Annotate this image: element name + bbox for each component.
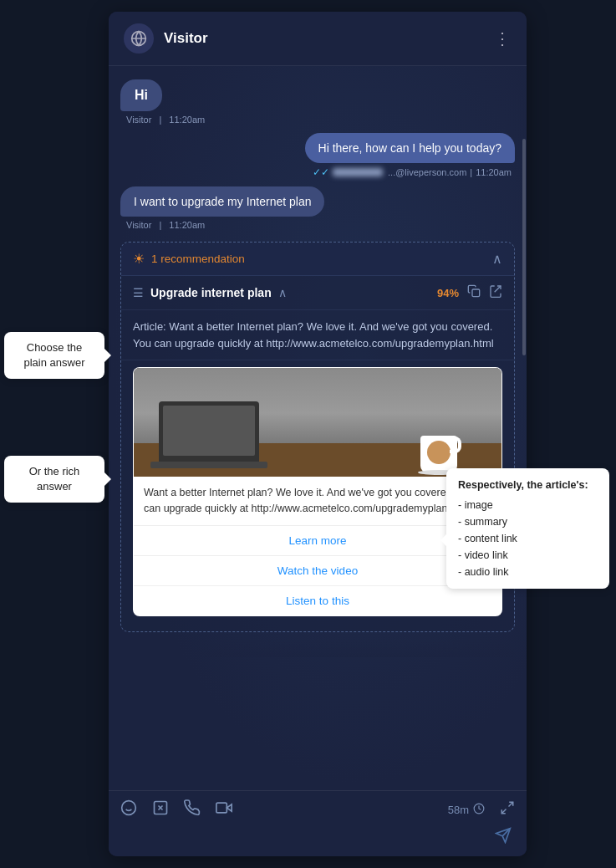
svg-line-13 [509, 802, 513, 806]
emoji-icon[interactable] [120, 799, 137, 820]
article-info-item-5: - audio link [458, 564, 598, 580]
check-icon: ✓✓ [313, 166, 329, 178]
bubble-upgrade: I want to upgrade my Internet plan [120, 186, 324, 217]
chat-input[interactable] [120, 828, 491, 848]
article-row: ☰ Upgrade internet plan ∧ 94% [121, 276, 514, 310]
footer-icons: 58m [120, 799, 515, 820]
chat-header: Visitor ⋮ [109, 12, 527, 66]
clock-icon [473, 803, 485, 817]
msg-meta-hi: Visitor | 11:20am [120, 115, 207, 125]
input-row [120, 827, 515, 848]
message-agent-greeting: Hi there, how can I help you today? ✓✓ .… [120, 133, 515, 178]
messages-area: Hi Visitor | 11:20am Hi there, how can I… [109, 66, 527, 790]
article-info-item-1: - image [458, 497, 598, 513]
article-info-item-2: - summary [458, 513, 598, 530]
more-vertical-icon[interactable]: ⋮ [494, 28, 512, 49]
rec-header-left: ☀ 1 recommendation [133, 251, 245, 267]
callout-rich-label: Or the rich answer [29, 465, 80, 493]
laptop-screen [163, 406, 255, 456]
svg-line-3 [495, 286, 501, 292]
svg-marker-10 [227, 804, 232, 811]
message-hi: Hi Visitor | 11:20am [120, 79, 515, 125]
attachment-icon[interactable] [152, 799, 169, 820]
sun-icon: ☀ [133, 251, 145, 267]
bubble-agent-greeting: Hi there, how can I help you today? [305, 133, 515, 163]
send-article-icon[interactable] [489, 284, 502, 301]
msg-meta-upgrade: Visitor | 11:20am [120, 220, 207, 230]
callout-rich-answer[interactable]: Or the rich answer [4, 456, 104, 503]
laptop-base [150, 462, 267, 468]
rich-card-image [134, 368, 501, 477]
copy-icon[interactable] [467, 284, 481, 301]
chat-window: Visitor ⋮ Hi Visitor | 11:20am Hi there,… [109, 12, 527, 856]
rec-header: ☀ 1 recommendation ∧ [121, 243, 514, 276]
confidence-badge: 94% [437, 287, 459, 299]
svg-rect-2 [472, 289, 480, 297]
send-button[interactable] [491, 827, 515, 848]
svg-rect-11 [216, 803, 227, 813]
callout-plain-answer[interactable]: Choose the plain answer [4, 332, 104, 379]
video-icon[interactable] [216, 799, 232, 820]
chat-footer: 58m [109, 790, 527, 856]
phone-icon[interactable] [184, 799, 201, 820]
article-plain-text: Article: Want a better Internet plan? We… [121, 310, 514, 360]
message-upgrade: I want to upgrade my Internet plan Visit… [120, 186, 515, 230]
coffee-cup [418, 426, 460, 472]
listen-link[interactable]: Listen to this [134, 586, 501, 615]
article-info-item-3: - content link [458, 530, 598, 547]
callout-plain-label: Choose the plain answer [24, 341, 85, 369]
svg-point-4 [122, 801, 136, 815]
email-blur [333, 168, 383, 176]
cup-handle [450, 437, 461, 453]
article-title: Upgrade internet plan [150, 286, 272, 299]
fade-bottom [120, 641, 515, 657]
callout-article-info: Respectively, the article's: - image - s… [446, 468, 609, 589]
collapse-chevron-icon[interactable]: ∧ [492, 251, 502, 267]
rich-card-image-inner [134, 368, 501, 477]
header-avatar [124, 23, 154, 54]
card-spacer [121, 623, 514, 631]
timer-value: 58m [448, 804, 469, 816]
outer-container: Choose the plain answer Or the rich answ… [0, 0, 616, 868]
svg-line-14 [501, 809, 506, 814]
article-info-title: Respectively, the article's: [458, 477, 598, 493]
bubble-hi: Hi [120, 79, 162, 111]
laptop-shape [159, 401, 259, 468]
expand-icon[interactable] [500, 800, 515, 819]
hamburger-icon: ☰ [133, 286, 144, 299]
footer-timer: 58m [448, 803, 485, 817]
article-row-left: ☰ Upgrade internet plan ∧ [133, 286, 287, 299]
msg-meta-agent: ✓✓ ...@liveperson.com | 11:20am [313, 166, 515, 178]
article-info-item-4: - video link [458, 547, 598, 564]
page-title: Visitor [164, 30, 484, 47]
article-row-right: 94% [437, 284, 502, 301]
rec-label: 1 recommendation [151, 253, 245, 265]
latte-art [427, 441, 451, 464]
article-expand-icon[interactable]: ∧ [278, 286, 287, 299]
